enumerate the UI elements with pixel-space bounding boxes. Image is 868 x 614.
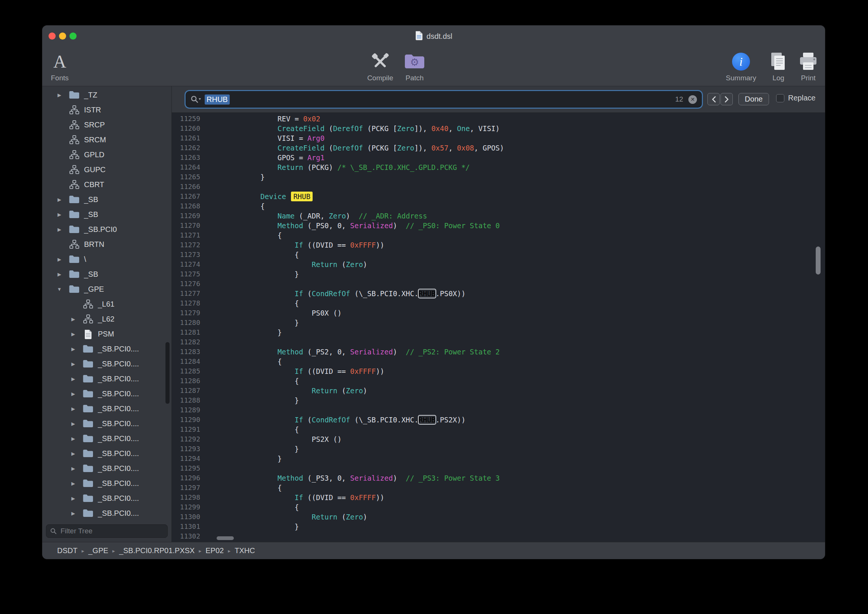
titlebar[interactable]: dsdt.dsl	[42, 25, 825, 47]
sidebar-item-srcm[interactable]: SRCM	[42, 132, 171, 147]
sidebar-item-sb[interactable]: ▶_SB	[42, 192, 171, 207]
breadcrumb-item[interactable]: _GPE	[88, 546, 108, 555]
code-line[interactable]: 11292 PS2X ()	[172, 434, 825, 444]
zoom-button[interactable]	[70, 33, 77, 40]
chevron-right-icon[interactable]: ▶	[67, 466, 80, 471]
sidebar-item-tz[interactable]: ▶_TZ	[42, 87, 171, 102]
code-line[interactable]: 11281 }	[172, 327, 825, 337]
chevron-right-icon[interactable]: ▶	[53, 197, 66, 202]
sidebar-item-sb-pci0[interactable]: ▶_SB.PCI0	[42, 222, 171, 237]
done-button[interactable]: Done	[738, 93, 769, 105]
search-input[interactable]: RHUB 12 ✕	[186, 91, 701, 107]
chevron-right-icon[interactable]: ▶	[53, 92, 66, 98]
fonts-button[interactable]: A Fonts	[42, 51, 80, 82]
close-button[interactable]	[48, 33, 56, 40]
summary-button[interactable]: i Summary	[721, 51, 761, 82]
chevron-right-icon[interactable]: ▶	[53, 227, 66, 232]
sidebar-item-sb-pci0[interactable]: ▶_SB.PCI0....	[42, 476, 171, 491]
search-options-icon[interactable]	[191, 95, 202, 104]
sidebar-item-gpe[interactable]: ▼_GPE	[42, 282, 171, 296]
code-line[interactable]: 11260 CreateField (DerefOf (PCKG [Zero])…	[172, 124, 825, 133]
clear-search-icon[interactable]: ✕	[688, 95, 697, 104]
sidebar-item-sb-pci0[interactable]: ▶_SB.PCI0....	[42, 446, 171, 461]
sidebar-item-l61[interactable]: _L61	[42, 296, 171, 312]
code-line[interactable]: 11259 REV = 0x02	[172, 114, 825, 124]
sidebar-item-root[interactable]: ▶\	[42, 252, 171, 267]
code-line[interactable]: 11296 Method (_PS3, 0, Serialized) // _P…	[172, 473, 825, 483]
code-line[interactable]: 11264 Return (PCKG) /* \_SB_.PCI0.XHC_.G…	[172, 163, 825, 172]
code-line[interactable]: 11286 {	[172, 376, 825, 386]
code-line[interactable]: 11282	[172, 337, 825, 347]
find-previous-button[interactable]	[707, 93, 720, 105]
code-line[interactable]: 11277 If (CondRefOf (\_SB.PCI0.XHC.RHUB.…	[172, 289, 825, 298]
code-line[interactable]: 11295	[172, 464, 825, 473]
chevron-right-icon[interactable]: ▶	[67, 436, 80, 442]
minimize-button[interactable]	[59, 33, 66, 40]
code-line[interactable]: 11278 {	[172, 298, 825, 308]
chevron-down-icon[interactable]: ▼	[53, 287, 66, 292]
breadcrumb-item[interactable]: EP02	[205, 546, 224, 555]
chevron-right-icon[interactable]: ▶	[67, 496, 80, 501]
editor-horizontal-scrollbar-thumb[interactable]	[217, 536, 234, 540]
code-line[interactable]: 11283 Method (_PS2, 0, Serialized) // _P…	[172, 347, 825, 357]
chevron-right-icon[interactable]: ▶	[53, 212, 66, 217]
chevron-right-icon[interactable]: ▶	[67, 346, 80, 352]
code-line[interactable]: 11262 CreateField (DerefOf (PCKG [Zero])…	[172, 143, 825, 153]
code-line[interactable]: 11263 GPOS = Arg1	[172, 153, 825, 163]
code-line[interactable]: 11285 If ((DVID == 0xFFFF))	[172, 366, 825, 376]
editor-vertical-scrollbar-thumb[interactable]	[816, 247, 821, 274]
sidebar-item-sb-pci0[interactable]: ▶_SB.PCI0....	[42, 356, 171, 371]
sidebar-item-sb-pci0[interactable]: ▶_SB.PCI0....	[42, 341, 171, 356]
chevron-right-icon[interactable]: ▶	[67, 406, 80, 412]
sidebar-item-gpld[interactable]: GPLD	[42, 147, 171, 162]
code-line[interactable]: 11271 {	[172, 230, 825, 240]
sidebar-item-istr[interactable]: ISTR	[42, 102, 171, 117]
patch-button[interactable]: ⚙ Patch	[394, 51, 435, 82]
code-line[interactable]: 11289	[172, 405, 825, 415]
code-line[interactable]: 11302	[172, 532, 825, 541]
code-line[interactable]: 11291 {	[172, 425, 825, 434]
code-line[interactable]: 11265 }	[172, 172, 825, 182]
code-line[interactable]: 11261 VISI = Arg0	[172, 133, 825, 143]
sidebar-item-sb-pci0[interactable]: ▶_SB.PCI0....	[42, 401, 171, 416]
sidebar-item-sb-pci0[interactable]: ▶_SB.PCI0....	[42, 491, 171, 506]
code-line[interactable]: 11301 }	[172, 522, 825, 532]
code-editor[interactable]: 11259 REV = 0x0211260 CreateField (Deref…	[172, 113, 825, 542]
sidebar-scrollbar-thumb[interactable]	[166, 342, 170, 404]
code-line[interactable]: 11287 Return (Zero)	[172, 386, 825, 395]
sidebar-item-srcp[interactable]: SRCP	[42, 117, 171, 132]
chevron-right-icon[interactable]: ▶	[67, 451, 80, 456]
find-next-button[interactable]	[721, 93, 733, 105]
chevron-right-icon[interactable]: ▶	[53, 257, 66, 262]
code-line[interactable]: 11270 Method (_PS0, 0, Serialized) // _P…	[172, 221, 825, 230]
code-line[interactable]: 11279 PS0X ()	[172, 308, 825, 318]
code-line[interactable]: 11269 Name (_ADR, Zero) // _ADR: Address	[172, 211, 825, 221]
chevron-right-icon[interactable]: ▶	[67, 510, 80, 516]
sidebar-item-sb[interactable]: ▶_SB	[42, 207, 171, 222]
code-line[interactable]: 11293 }	[172, 444, 825, 454]
chevron-right-icon[interactable]: ▶	[53, 271, 66, 277]
sidebar-item-brtn[interactable]: BRTN	[42, 237, 171, 252]
code-line[interactable]: 11284 {	[172, 357, 825, 366]
code-line[interactable]: 11299 {	[172, 502, 825, 512]
code-line[interactable]: 11280 }	[172, 318, 825, 327]
chevron-right-icon[interactable]: ▶	[67, 316, 80, 322]
breadcrumb-item[interactable]: DSDT	[57, 546, 78, 555]
code-line[interactable]: 11275 }	[172, 269, 825, 279]
chevron-right-icon[interactable]: ▶	[67, 361, 80, 367]
sidebar-item-sb-pci0[interactable]: ▶_SB.PCI0....	[42, 461, 171, 476]
sidebar-item-sb-pci0[interactable]: ▶_SB.PCI0....	[42, 431, 171, 446]
chevron-right-icon[interactable]: ▶	[67, 391, 80, 397]
code-line[interactable]: 11273 {	[172, 250, 825, 260]
filter-tree-field[interactable]	[46, 524, 168, 538]
code-line[interactable]: 11300 Return (Zero)	[172, 512, 825, 522]
sidebar-item-psm[interactable]: ▶PSM	[42, 326, 171, 341]
code-line[interactable]: 11298 If ((DVID == 0xFFFF))	[172, 493, 825, 502]
code-line[interactable]: 11288 }	[172, 395, 825, 405]
sidebar-item-cbrt[interactable]: CBRT	[42, 177, 171, 192]
breadcrumb-item[interactable]: _SB.PCI0.RP01.PXSX	[119, 546, 195, 555]
code-line[interactable]: 11276	[172, 279, 825, 289]
filter-tree-input[interactable]	[60, 527, 164, 536]
code-line[interactable]: 11297 {	[172, 483, 825, 493]
replace-checkbox[interactable]	[776, 94, 784, 102]
